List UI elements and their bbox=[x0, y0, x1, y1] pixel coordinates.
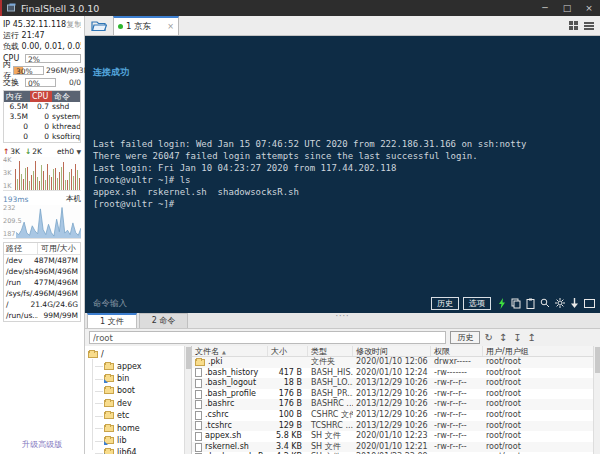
file-icon bbox=[195, 432, 202, 441]
title-bar: FinalShell 3.0.10 ─ □ × bbox=[0, 0, 600, 16]
close-button[interactable]: × bbox=[578, 3, 600, 13]
memory-meter: 内存 30% 296M/993M bbox=[3, 64, 81, 76]
file-icon bbox=[195, 390, 202, 399]
transfer-icon[interactable]: ↕ bbox=[499, 332, 507, 343]
folder-icon bbox=[104, 375, 114, 382]
file-row[interactable]: .bashrc 176 B BASHRC ... 2013/12/29 10:2… bbox=[192, 399, 600, 410]
terminal-line: Last failed login: Wed Jan 15 07:46:52 U… bbox=[93, 138, 600, 150]
file-row[interactable]: appex.sh 5.8 KB SH 文件 2020/01/10 12:23 -… bbox=[192, 431, 600, 442]
monitor-icon[interactable] bbox=[584, 299, 595, 308]
lightning-icon[interactable] bbox=[498, 298, 506, 309]
session-tab-label: 1 京东 bbox=[126, 21, 151, 33]
tree-item[interactable]: appex bbox=[88, 360, 191, 372]
search-icon[interactable] bbox=[540, 298, 550, 308]
tree-item[interactable]: home bbox=[88, 422, 191, 434]
upload-rate: 3K bbox=[10, 147, 20, 156]
terminal-line: [root@vultr ~]# bbox=[93, 198, 600, 210]
uptime-text: 运行 21:47 bbox=[3, 30, 45, 41]
column-size[interactable]: 大小 bbox=[268, 346, 308, 356]
tree-item[interactable]: boot bbox=[88, 385, 191, 397]
disk-col-path[interactable]: 路径 bbox=[4, 243, 38, 254]
splitter-handle[interactable]: ···· bbox=[335, 312, 349, 321]
copy-ip-link[interactable]: 复制 bbox=[66, 19, 81, 30]
tree-item[interactable]: etc bbox=[88, 410, 191, 422]
file-icon bbox=[195, 443, 202, 452]
edge-artifact bbox=[0, 0, 2, 16]
file-row[interactable]: .bash_profile 176 B BASH_PR... 2013/12/2… bbox=[192, 389, 600, 400]
column-owner[interactable]: 用户/用户组 bbox=[483, 346, 600, 356]
file-row[interactable]: rskernel.sh 3.4 KB SH 文件 2020/01/10 12:2… bbox=[192, 442, 600, 453]
upload-icon[interactable]: ↥ bbox=[528, 332, 536, 343]
upgrade-premium-link[interactable]: 升级高级版 bbox=[0, 439, 84, 450]
table-scrollbar[interactable] bbox=[593, 346, 600, 454]
column-mtime[interactable]: 修改时间 bbox=[353, 346, 431, 356]
ping-legend: 193ms 本机 bbox=[3, 193, 81, 205]
tree-item[interactable]: lib bbox=[88, 434, 191, 446]
copy-icon[interactable] bbox=[511, 298, 521, 309]
history-button[interactable]: 历史 bbox=[431, 297, 459, 310]
terminal-line: [root@vultr ~]# ls bbox=[93, 174, 600, 186]
file-row[interactable]: .pki 文件夹 2020/01/10 12:06 drwxr----- roo… bbox=[192, 357, 600, 368]
download-arrow-icon: ↓ bbox=[25, 147, 31, 156]
ping-chart-yticks: 232209.5187 bbox=[3, 205, 15, 238]
tree-root-item[interactable]: / bbox=[88, 348, 191, 360]
arrow-down-icon[interactable] bbox=[570, 298, 579, 308]
network-legend: ↑ 3K ↓ 2K eth0 ▼ bbox=[3, 145, 81, 157]
tree-scrollbar[interactable] bbox=[184, 346, 191, 454]
column-filename[interactable]: 文件名▲ bbox=[192, 346, 268, 356]
sort-asc-icon: ▲ bbox=[222, 349, 226, 355]
process-tab-memory[interactable]: 内存 bbox=[4, 91, 30, 102]
download-icon[interactable]: ↧ bbox=[513, 332, 521, 343]
file-row[interactable]: .cshrc 100 B CSHRC 文件 2013/12/29 10:26 -… bbox=[192, 410, 600, 421]
process-table: 内存 CPU 命令 6.5M 0.7 sshd 3.5M 0 systemd bbox=[3, 90, 81, 143]
command-input[interactable] bbox=[93, 298, 427, 308]
file-icon bbox=[195, 411, 202, 420]
menu-list-icon[interactable] bbox=[584, 21, 594, 32]
session-tab[interactable]: 1 京东 × bbox=[113, 16, 179, 35]
tab-close-icon[interactable]: × bbox=[167, 22, 174, 31]
load-text: 负载 0.00, 0.01, 0.05 bbox=[3, 41, 81, 52]
process-row: 6.5M 0.7 sshd bbox=[4, 102, 80, 112]
gear-icon[interactable] bbox=[555, 298, 565, 308]
minimize-button[interactable]: ─ bbox=[534, 3, 556, 13]
paste-icon[interactable] bbox=[526, 298, 535, 309]
terminal-output[interactable]: 连接成功 Last failed login: Wed Jan 15 07:46… bbox=[85, 36, 600, 295]
terminal-command-bar: 历史 选项 bbox=[85, 295, 600, 313]
options-button[interactable]: 选项 bbox=[463, 297, 491, 310]
disk-row: /run 477M/496M bbox=[4, 277, 80, 288]
tree-item[interactable]: lib64 bbox=[88, 447, 191, 454]
folder-icon bbox=[104, 412, 114, 419]
download-rate: 2K bbox=[32, 147, 42, 156]
finalshell-window: FinalShell 3.0.10 ─ □ × IP 45.32.11.118 … bbox=[0, 0, 600, 454]
tree-item[interactable]: dev bbox=[88, 397, 191, 409]
chevron-down-icon: ▼ bbox=[76, 148, 81, 155]
symlink-badge-icon bbox=[104, 379, 108, 383]
folder-icon bbox=[104, 363, 114, 370]
column-permissions[interactable]: 权限 bbox=[431, 346, 483, 356]
process-tab-command[interactable]: 命令 bbox=[52, 91, 80, 102]
terminal-line: There were 26047 failed login attempts s… bbox=[93, 150, 600, 162]
disk-row: / 21.4G/24.6G bbox=[4, 299, 80, 310]
interface-selector[interactable]: eth0 ▼ bbox=[57, 147, 81, 156]
layout-grid-icon[interactable] bbox=[569, 21, 578, 30]
symlink-badge-icon bbox=[104, 441, 108, 445]
disk-col-size[interactable]: 可用/大小 bbox=[38, 243, 80, 254]
file-icon bbox=[195, 421, 202, 430]
file-row[interactable]: .bash_logout 18 B BASH_LO... 2013/12/29 … bbox=[192, 378, 600, 389]
file-row[interactable]: .tcshrc 129 B TCSHRC ... 2013/12/29 10:2… bbox=[192, 421, 600, 432]
folder-icon bbox=[104, 425, 114, 432]
path-input[interactable] bbox=[89, 331, 446, 344]
refresh-icon[interactable]: ↻ bbox=[484, 332, 492, 343]
network-chart-yticks: 4K3K1K bbox=[3, 157, 15, 190]
tab-commands[interactable]: 2 命令 bbox=[139, 313, 189, 328]
path-history-button[interactable]: 历史 bbox=[450, 331, 480, 344]
tab-files[interactable]: 1 文件 bbox=[87, 313, 137, 328]
folder-icon bbox=[104, 400, 114, 407]
tree-item[interactable]: bin bbox=[88, 372, 191, 384]
file-row[interactable]: .bash_history 417 B BASH_HIS... 2020/01/… bbox=[192, 368, 600, 379]
open-connections-button[interactable] bbox=[85, 16, 113, 35]
maximize-button[interactable]: □ bbox=[556, 3, 578, 13]
process-tab-cpu[interactable]: CPU bbox=[30, 91, 52, 102]
column-type[interactable]: 类型 bbox=[308, 346, 353, 356]
process-row: 0 0 ksoftirqd/ bbox=[4, 132, 80, 142]
